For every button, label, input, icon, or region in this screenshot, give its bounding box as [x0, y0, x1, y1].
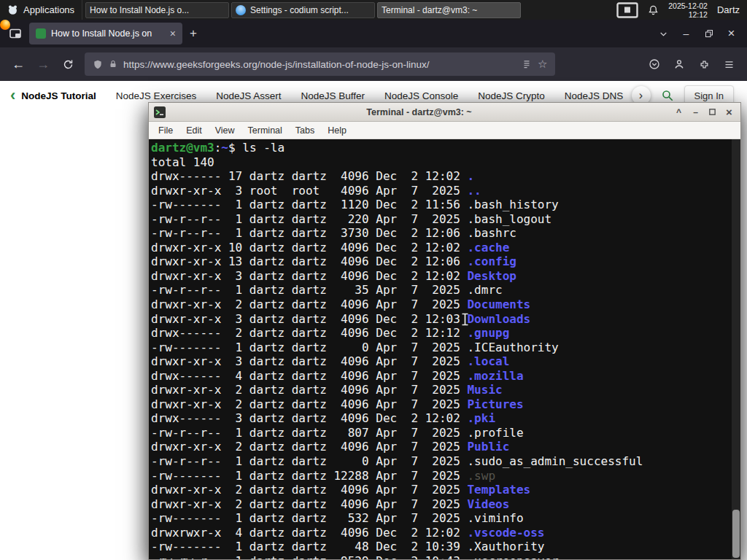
panel-clock[interactable]: 2025-12-02 12:12 — [668, 1, 708, 19]
tray-display-icon[interactable] — [616, 2, 638, 18]
notifications-bell-icon[interactable] — [648, 4, 659, 16]
xfce-logo-icon — [7, 4, 18, 15]
applications-menu-label: Applications — [23, 4, 74, 15]
taskbar-button-label: How to Install Node.js o... — [90, 5, 225, 15]
taskbar-button[interactable]: Terminal - dartz@vm3: ~ — [377, 2, 521, 18]
clock-time: 12:12 — [668, 10, 708, 19]
site-nav-item[interactable]: NodeJS DNS — [565, 90, 623, 101]
menu-item-tabs[interactable]: Tabs — [289, 125, 321, 136]
browser-tab[interactable]: How to Install Node.js on × — [29, 23, 182, 44]
menu-item-terminal[interactable]: Terminal — [241, 125, 289, 136]
taskbar: How to Install Node.js o...Settings - co… — [82, 0, 524, 20]
tab-favicon — [36, 28, 46, 39]
menu-hamburger-icon[interactable] — [716, 52, 741, 76]
terminal-titlebar[interactable]: Terminal - dartz@vm3: ~ ^ – × — [149, 103, 740, 122]
menu-item-edit[interactable]: Edit — [179, 125, 209, 136]
site-nav-item[interactable]: NodeJS Console — [384, 90, 458, 101]
tab-title: How to Install Node.js on — [51, 28, 165, 39]
terminal-output: dartz@vm3:~$ ls -la total 140 drwx------… — [149, 139, 740, 559]
tracking-shield-icon[interactable] — [93, 59, 103, 70]
site-nav-items: NodeJS TutorialNodeJS ExercisesNodeJS As… — [21, 90, 625, 101]
browser-tab-bar: How to Install Node.js on × + – × — [0, 20, 747, 47]
terminal-maximize-button[interactable] — [706, 106, 719, 118]
taskbar-button-label: Terminal - dartz@vm3: ~ — [382, 5, 516, 15]
site-nav-item[interactable]: NodeJS Exercises — [116, 90, 196, 101]
site-nav-item[interactable]: NodeJS Assert — [216, 90, 281, 101]
settings-icon — [236, 5, 246, 15]
terminal-shade-button[interactable]: ^ — [673, 106, 685, 118]
reload-icon[interactable] — [55, 52, 80, 76]
scrollbar-thumb[interactable] — [732, 510, 740, 558]
bookmark-star-icon[interactable]: ☆ — [538, 58, 547, 71]
new-tab-button[interactable]: + — [182, 23, 204, 44]
browser-nav-toolbar: ← → https://www.geeksforgeeks.org/node-j… — [0, 47, 747, 81]
site-nav-item[interactable]: NodeJS Buffer — [301, 90, 365, 101]
url-text[interactable]: https://www.geeksforgeeks.org/node-js/in… — [123, 59, 516, 70]
terminal-minimize-button[interactable]: – — [689, 106, 702, 118]
terminal-close-button[interactable]: × — [723, 106, 735, 118]
url-bar[interactable]: https://www.geeksforgeeks.org/node-js/in… — [85, 52, 555, 76]
account-icon[interactable] — [667, 52, 692, 76]
panel-user-label: Dartz — [717, 4, 740, 15]
reader-view-icon[interactable] — [522, 59, 532, 69]
window-close-button[interactable]: × — [720, 23, 743, 44]
terminal-scrollbar[interactable] — [732, 139, 740, 559]
top-panel: Applications How to Install Node.js o...… — [0, 0, 747, 20]
pocket-icon[interactable] — [642, 52, 667, 76]
terminal-body[interactable]: dartz@vm3:~$ ls -la total 140 drwx------… — [149, 139, 740, 559]
site-nav-item[interactable]: NodeJS Crypto — [478, 90, 545, 101]
terminal-menubar: FileEditViewTerminalTabsHelp — [149, 122, 740, 139]
taskbar-button-label: Settings - codium script... — [250, 5, 371, 15]
mouse-ibeam-cursor — [461, 313, 469, 326]
applications-menu-button[interactable]: Applications — [0, 0, 82, 20]
terminal-title: Terminal - dartz@vm3: ~ — [170, 107, 668, 117]
list-all-tabs-icon[interactable] — [652, 23, 675, 44]
terminal-app-icon — [154, 106, 166, 118]
nav-scroll-left-icon[interactable]: ‹ — [7, 88, 21, 104]
back-icon[interactable]: ← — [6, 52, 31, 76]
forward-icon: → — [31, 52, 55, 76]
clock-date: 2025-12-02 — [668, 1, 708, 10]
terminal-window: Terminal - dartz@vm3: ~ ^ – × FileEditVi… — [148, 102, 741, 560]
window-restore-button[interactable] — [697, 23, 720, 44]
site-nav-item[interactable]: NodeJS Tutorial — [21, 90, 96, 101]
extensions-icon[interactable] — [692, 52, 716, 76]
panel-tray-area: 2025-12-02 12:12 Dartz — [616, 0, 747, 20]
menu-item-view[interactable]: View — [209, 125, 241, 136]
window-minimize-button[interactable]: – — [675, 23, 697, 44]
taskbar-button[interactable]: How to Install Node.js o... — [85, 2, 229, 18]
screen: Applications How to Install Node.js o...… — [0, 0, 747, 560]
menu-item-help[interactable]: Help — [321, 125, 353, 136]
tab-close-icon[interactable]: × — [170, 28, 176, 39]
menu-item-file[interactable]: File — [152, 125, 179, 136]
lock-icon[interactable] — [109, 59, 117, 69]
taskbar-button[interactable]: Settings - codium script... — [231, 2, 375, 18]
